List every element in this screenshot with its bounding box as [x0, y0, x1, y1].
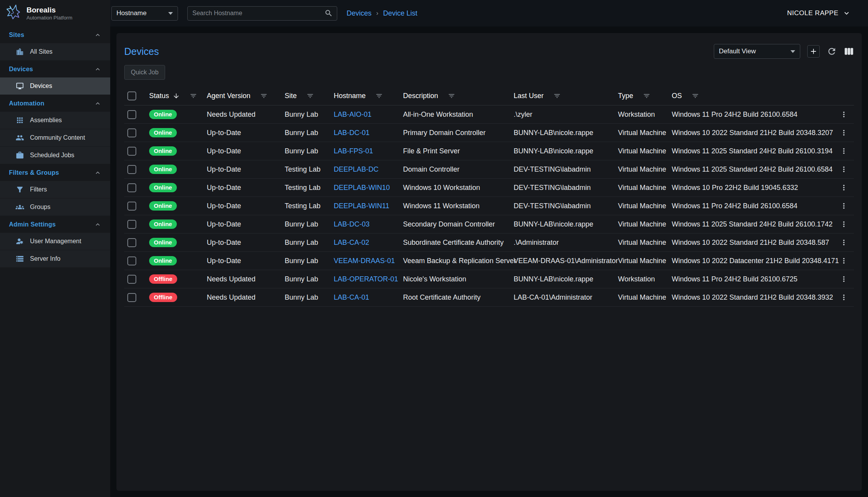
filter-icon[interactable]: [375, 92, 383, 100]
sidebar-section-sites[interactable]: Sites: [0, 26, 110, 43]
quick-job-button[interactable]: Quick Job: [124, 65, 165, 80]
community-content-icon: [16, 133, 24, 142]
row-menu-icon[interactable]: [840, 110, 848, 118]
os-cell: Windows 10 2022 Standard 21H2 Build 2034…: [669, 124, 834, 142]
table-controls: Default View: [714, 44, 854, 59]
hostname-link[interactable]: DEEPLAB-DC: [334, 165, 379, 173]
sort-desc-icon[interactable]: [173, 92, 180, 100]
filter-icon[interactable]: [448, 92, 455, 100]
filter-icon[interactable]: [643, 92, 650, 100]
last-user-cell: BUNNY-LAB\nicole.rappe: [511, 142, 615, 160]
hostname-link[interactable]: DEEPLAB-WIN10: [334, 184, 390, 191]
search-field-dropdown[interactable]: Hostname: [111, 6, 178, 21]
refresh-icon[interactable]: [827, 46, 837, 56]
column-header-type[interactable]: Type: [615, 87, 669, 105]
search-input[interactable]: [192, 10, 321, 17]
hostname-link[interactable]: LAB-DC-03: [334, 220, 370, 228]
type-cell: Workstation: [615, 270, 669, 288]
sidebar-item-all-sites[interactable]: All Sites: [0, 43, 110, 61]
column-header-site[interactable]: Site: [282, 87, 331, 105]
column-header-last_user[interactable]: Last User: [511, 87, 615, 105]
chevron-up-icon: [94, 100, 102, 107]
column-label: Type: [618, 92, 633, 100]
section-label: Admin Settings: [9, 221, 56, 228]
hostname-link[interactable]: LAB-CA-01: [334, 293, 369, 301]
agent-version-cell: Up-to-Date: [204, 197, 282, 215]
description-cell: Veeam Backup & Replication Server: [400, 252, 511, 270]
breadcrumb-devices[interactable]: Devices: [347, 9, 371, 18]
row-checkbox[interactable]: [127, 128, 136, 137]
table-row: OfflineNeeds UpdatedBunny LabLAB-CA-01Ro…: [124, 288, 854, 307]
view-select[interactable]: Default View: [714, 44, 800, 59]
hostname-link[interactable]: LAB-AIO-01: [334, 111, 371, 118]
sidebar-item-groups[interactable]: Groups: [0, 198, 110, 216]
row-checkbox[interactable]: [127, 183, 136, 192]
row-menu-icon[interactable]: [840, 128, 848, 136]
row-checkbox[interactable]: [127, 220, 136, 229]
user-name: NICOLE RAPPE: [787, 9, 838, 17]
row-checkbox[interactable]: [127, 165, 136, 174]
select-all-checkbox[interactable]: [127, 91, 136, 100]
user-menu[interactable]: NICOLE RAPPE: [787, 9, 851, 18]
sidebar-item-user-management[interactable]: User Management: [0, 233, 110, 250]
row-menu-icon[interactable]: [840, 202, 848, 209]
sidebar-item-devices[interactable]: Devices: [0, 77, 110, 95]
row-menu-icon[interactable]: [840, 238, 848, 246]
sidebar-item-assemblies[interactable]: Assemblies: [0, 112, 110, 129]
sidebar-section-automation[interactable]: Automation: [0, 95, 110, 112]
sidebar-nav: SitesAll SitesDevicesDevicesAutomationAs…: [0, 26, 110, 268]
row-menu-icon[interactable]: [840, 220, 848, 228]
column-header-status[interactable]: Status: [146, 87, 204, 105]
sidebar-item-server-info[interactable]: Server Info: [0, 250, 110, 268]
assemblies-icon: [16, 116, 24, 125]
agent-version-cell: Up-to-Date: [204, 124, 282, 142]
row-menu-icon[interactable]: [840, 165, 848, 173]
sidebar-item-scheduled-jobs[interactable]: Scheduled Jobs: [0, 147, 110, 164]
hostname-link[interactable]: DEEPLAB-WIN11: [334, 202, 389, 210]
hostname-link[interactable]: LAB-FPS-01: [334, 147, 373, 155]
site-cell: Bunny Lab: [282, 142, 331, 160]
add-view-button[interactable]: [807, 45, 820, 58]
status-badge: Online: [149, 256, 177, 265]
filter-icon[interactable]: [553, 92, 561, 100]
chevron-down-icon: [791, 50, 795, 53]
sidebar-item-filters[interactable]: Filters: [0, 181, 110, 198]
section-label: Devices: [9, 66, 33, 73]
column-header-agent[interactable]: Agent Version: [204, 87, 282, 105]
row-checkbox[interactable]: [127, 110, 136, 119]
filter-icon[interactable]: [190, 92, 197, 100]
sidebar-section-admin-settings[interactable]: Admin Settings: [0, 216, 110, 233]
row-checkbox[interactable]: [127, 293, 136, 302]
row-menu-icon[interactable]: [840, 147, 848, 155]
column-header-hostname[interactable]: Hostname: [331, 87, 400, 105]
filter-icon[interactable]: [260, 92, 268, 100]
filter-icon[interactable]: [306, 92, 314, 100]
row-menu-icon[interactable]: [840, 256, 848, 264]
sidebar-item-community-content[interactable]: Community Content: [0, 129, 110, 147]
agent-version-cell: Up-to-Date: [204, 142, 282, 160]
row-checkbox[interactable]: [127, 238, 136, 247]
hostname-link[interactable]: LAB-OPERATOR-01: [334, 275, 398, 283]
sidebar-section-filters-groups[interactable]: Filters & Groups: [0, 164, 110, 181]
description-cell: Windows 10 Workstation: [400, 179, 511, 197]
row-checkbox[interactable]: [127, 275, 136, 284]
filter-icon[interactable]: [692, 92, 699, 100]
agent-version-cell: Needs Updated: [204, 288, 282, 307]
row-menu-icon[interactable]: [840, 293, 848, 301]
table-row: OnlineUp-to-DateBunny LabLAB-DC-01Primar…: [124, 124, 854, 142]
column-header-description[interactable]: Description: [400, 87, 511, 105]
hostname-link[interactable]: VEEAM-DRAAS-01: [334, 257, 395, 265]
columns-icon[interactable]: [844, 46, 854, 56]
row-checkbox[interactable]: [127, 147, 136, 156]
hostname-link[interactable]: LAB-CA-02: [334, 239, 369, 246]
row-menu-icon[interactable]: [840, 183, 848, 191]
row-checkbox[interactable]: [127, 256, 136, 265]
row-checkbox[interactable]: [127, 202, 136, 211]
row-menu-icon[interactable]: [840, 275, 848, 283]
breadcrumb-device-list[interactable]: Device List: [383, 9, 417, 18]
hostname-link[interactable]: LAB-DC-01: [334, 129, 370, 137]
sidebar-section-devices[interactable]: Devices: [0, 61, 110, 77]
column-header-os[interactable]: OS: [669, 87, 834, 105]
site-cell: Bunny Lab: [282, 105, 331, 124]
agent-version-cell: Up-to-Date: [204, 252, 282, 270]
